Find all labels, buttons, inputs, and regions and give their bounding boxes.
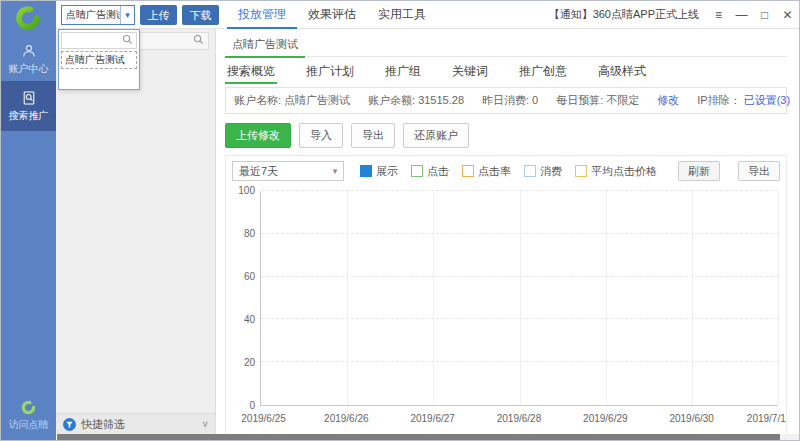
account-selector-value: 点睛广告测试 [62,8,120,22]
metric-checkboxes: 展示 点击 点击率 消费 [360,164,670,179]
minimize-icon[interactable]: — [730,1,753,29]
main-content: 点睛广告测试 搜索概览 推广计划 推广组 关键词 推广创意 高级样式 账户名称:… [217,29,799,434]
dropdown-search-input[interactable] [62,35,122,46]
account-dropdown-panel: 点睛广告测试 [58,29,140,90]
daily-budget: 每日预算:不限定 [556,93,639,108]
upload-modify-button[interactable]: 上传修改 [225,123,291,148]
checkbox-checked-icon [360,165,372,177]
v-gridline [692,191,693,405]
x-axis-tick-label: 2019/6/30 [669,413,714,424]
date-range-select[interactable]: 最近7天 ▾ [232,161,344,181]
account-balance: 账户余额:31515.28 [368,93,464,108]
chart-export-button[interactable]: 导出 [738,161,780,181]
x-axis-tick-label: 2019/6/25 [241,413,286,424]
v-gridline [606,191,607,405]
dropdown-search[interactable] [61,32,137,49]
chart-filter-row: 最近7天 ▾ 展示 点击 点击率 [232,160,780,182]
tab-promotion-plan[interactable]: 推广计划 [304,57,356,84]
modify-budget-link[interactable]: 修改 [657,93,679,108]
document-search-icon [1,90,56,106]
metric-label: 展示 [376,164,398,179]
section-tabs: 搜索概览 推广计划 推广组 关键词 推广创意 高级样式 [225,57,787,84]
metric-checkbox-avg-cpc[interactable]: 平均点击价格 [575,164,657,179]
restore-account-button[interactable]: 还原账户 [403,123,469,148]
yesterday-spend: 昨日消费:0 [482,93,538,108]
dropdown-option-account[interactable]: 点睛广告测试 [61,51,137,69]
maximize-icon[interactable]: □ [753,1,776,29]
metric-label: 点击率 [478,164,511,179]
metric-checkbox-ctr[interactable]: 点击率 [462,164,511,179]
tab-promotion-creative[interactable]: 推广创意 [517,57,569,84]
app-menu-icon[interactable]: ≡ [707,1,730,29]
date-range-value: 最近7天 [233,164,327,179]
menu-tab-utilities[interactable]: 实用工具 [367,1,437,29]
account-tab[interactable]: 点睛广告测试 [225,31,305,58]
search-icon [193,34,208,48]
sidebar: 账户中心 搜索推广 访问点睛 [1,1,56,440]
y-axis-tick-label: 20 [244,358,255,368]
metric-label: 平均点击价格 [591,164,657,179]
chart-panel: 最近7天 ▾ 展示 点击 点击率 [225,155,787,439]
filter-funnel-icon [63,418,76,431]
y-axis-tick-label: 100 [238,186,255,196]
menu-tab-delivery-management[interactable]: 投放管理 [227,1,297,29]
menu-tab-effect-evaluation[interactable]: 效果评估 [297,1,367,29]
v-gridline [347,191,348,405]
account-tab-row: 点睛广告测试 [225,31,787,57]
action-buttons: 上传修改 导入 导出 还原账户 [225,123,787,148]
refresh-button[interactable]: 刷新 [678,161,720,181]
download-button[interactable]: 下载 [182,5,219,25]
tab-promotion-group[interactable]: 推广组 [383,57,423,84]
close-icon[interactable]: ✕ [776,1,799,29]
x-axis-tick-label: 2019/6/26 [324,413,369,424]
v-gridline [778,191,779,405]
sidebar-item-label: 账户中心 [9,63,49,74]
y-axis-tick-label: 40 [244,315,255,325]
sidebar-item-label: 搜索推广 [9,110,49,121]
chart-x-axis: 2019/6/252019/6/262019/6/272019/6/282019… [260,413,778,425]
chevron-down-icon: ▾ [327,166,343,176]
ip-exclusion: IP排除：已设置(3) [697,93,790,108]
account-selector[interactable]: 点睛广告测试 ▾ [61,5,135,25]
y-axis-tick-label: 0 [249,401,255,411]
metric-checkbox-impressions[interactable]: 展示 [360,164,398,179]
horizontal-scrollbar [57,434,799,440]
v-gridline [433,191,434,405]
checkbox-icon [462,165,474,177]
notification-link[interactable]: 【通知】360点睛APP正式上线 [549,7,699,22]
export-button[interactable]: 导出 [351,123,395,148]
metric-label: 点击 [427,164,449,179]
chevron-down-icon[interactable]: ▾ [120,6,134,24]
import-button[interactable]: 导入 [299,123,343,148]
sidebar-item-visit-dianjing[interactable]: 访问点睛 [1,400,56,432]
dianjing-logo-icon [15,5,41,31]
checkbox-icon [524,165,536,177]
checkbox-icon [575,165,587,177]
tab-keywords[interactable]: 关键词 [450,57,490,84]
x-axis-tick-label: 2019/6/29 [583,413,628,424]
upload-button[interactable]: 上传 [140,5,177,25]
x-axis-tick-label: 2019/6/28 [497,413,542,424]
y-axis-tick-label: 60 [244,272,255,282]
checkbox-icon [411,165,423,177]
sidebar-item-account-center[interactable]: 账户中心 [1,41,56,79]
tab-search-overview[interactable]: 搜索概览 [225,57,277,84]
dianjing-logo-small-icon [1,400,56,415]
ip-exclusion-link[interactable]: 已设置(3) [744,94,790,106]
chart-y-axis: 020406080100 [232,191,258,406]
app-window: 账户中心 搜索推广 访问点睛 点睛广告测试 ▾ 上传 下载 投放管理 效果评估 … [0,0,800,441]
v-gridline [520,191,521,405]
metric-checkbox-spend[interactable]: 消费 [524,164,562,179]
horizontal-scrollbar-thumb[interactable] [57,434,780,440]
chevron-down-icon[interactable]: ˅ [202,419,208,430]
sidebar-item-search-promotion[interactable]: 搜索推广 [1,81,56,131]
metric-checkbox-clicks[interactable]: 点击 [411,164,449,179]
titlebar-right: 【通知】360点睛APP正式上线 ≡ — □ ✕ [549,1,799,29]
y-axis-tick-label: 80 [244,229,255,239]
title-bar: 点睛广告测试 ▾ 上传 下载 投放管理 效果评估 实用工具 【通知】360点睛A… [56,1,799,29]
account-name: 账户名称:点睛广告测试 [234,93,350,108]
search-icon [122,34,136,48]
tab-advanced-style[interactable]: 高级样式 [596,57,648,84]
x-axis-tick-label: 2019/6/27 [410,413,455,424]
quick-filter-bar[interactable]: 快捷筛选 ˅ [56,413,215,434]
